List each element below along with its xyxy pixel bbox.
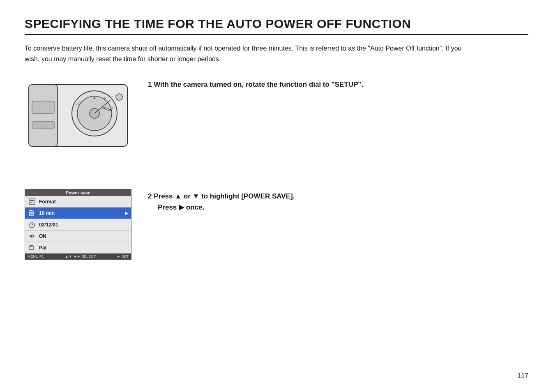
step1-image: ▲ SETUP AUTO M P [25,76,131,152]
step2-line1: 2 Press ▲ or ▼ to highlight [POWER SAVE]… [148,192,528,201]
svg-rect-26 [29,246,34,249]
menu-bottom-mid: ▲▼ ◄► SELECT [65,254,96,258]
svg-text:▲: ▲ [93,96,96,100]
step2-content: 2 Press ▲ or ▼ to highlight [POWER SAVE]… [148,189,528,212]
date-icon [28,220,37,229]
svg-rect-27 [30,245,33,246]
page-number: 117 [517,372,528,380]
step1-content: 1 With the camera turned on, rotate the … [148,76,528,89]
powersave-label: 10 min [39,210,124,216]
menu-item-powersave[interactable]: 10 min ▶ [25,208,131,219]
step1-label: 1 With the camera turned on, rotate the … [148,81,528,89]
sound-icon [28,232,37,241]
step2-section: Power save Format [25,189,528,260]
camera-diagram: ▲ SETUP AUTO M P [25,76,131,150]
step1-text: With the camera turned on, rotate the fu… [154,81,363,88]
svg-marker-25 [30,234,32,238]
intro-text: To conserve battery life, this camera sh… [25,43,477,64]
svg-rect-16 [30,202,32,203]
menu-item-sound[interactable]: ON [25,231,131,242]
menu-bottom-left: MENU P1 [28,254,44,258]
menu-item-format[interactable]: Format [25,196,131,208]
step2-press1: Press ▲ or ▼ to highlight [POWER SAVE]. [154,192,295,200]
step2-number: 2 [148,192,152,200]
format-label: Format [39,199,129,205]
step2-line2: Press ▶ once. [158,203,528,212]
step2-image: Power save Format [25,189,131,260]
date-label: 02/12/01 [39,222,129,228]
page-title: SPECIFYING THE TIME FOR THE AUTO POWER O… [25,16,528,35]
svg-point-12 [116,94,122,100]
powersave-icon [28,209,37,218]
menu-screen: Power save Format [25,189,131,260]
video-icon [28,243,37,252]
svg-rect-15 [30,200,34,201]
format-icon [28,197,37,206]
svg-rect-2 [32,101,54,113]
video-label: Pal [39,245,129,251]
svg-rect-18 [30,210,32,211]
powersave-arrow: ▶ [125,211,129,215]
menu-title: Power save [25,189,131,196]
svg-rect-1 [29,85,58,146]
step1-number: 1 [148,81,152,88]
menu-bottom-bar: MENU P1 ▲▼ ◄► SELECT ► SET [25,254,131,259]
step2-press2: Press ▶ once. [158,203,204,211]
menu-item-video[interactable]: Pal [25,242,131,254]
menu-item-date[interactable]: 02/12/01 [25,219,131,231]
sound-label: ON [39,233,129,239]
svg-rect-3 [32,122,54,128]
step1-section: ▲ SETUP AUTO M P 1 With the camera turne… [25,76,528,152]
menu-bottom-right: ► SET [117,254,129,258]
